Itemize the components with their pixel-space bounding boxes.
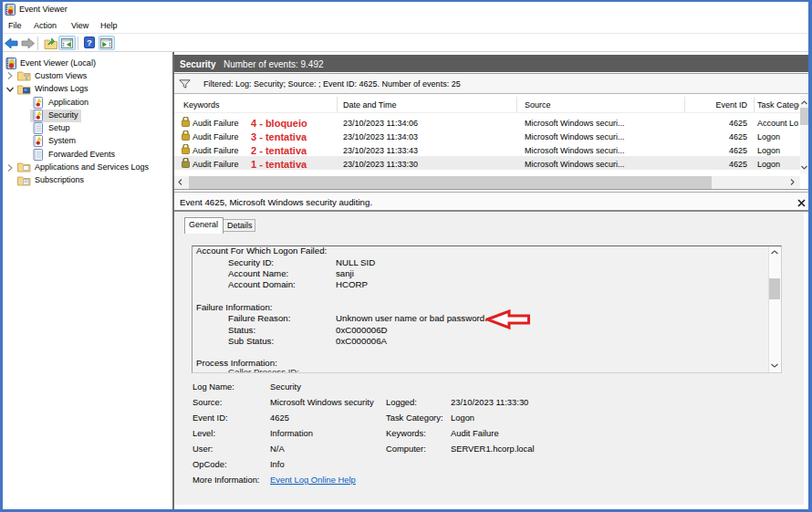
svg-text:?: ? xyxy=(87,37,92,47)
